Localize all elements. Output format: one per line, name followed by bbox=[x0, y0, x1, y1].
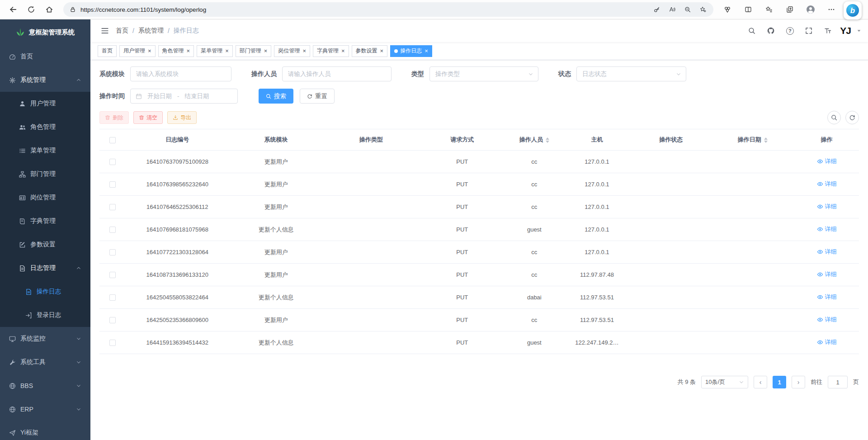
password-key-button[interactable] bbox=[649, 4, 665, 15]
row-checkbox[interactable] bbox=[109, 227, 116, 233]
sidebar-item-menu-management[interactable]: 菜单管理 bbox=[0, 139, 90, 162]
read-aloud-button[interactable] bbox=[665, 4, 680, 15]
sidebar-item-erp[interactable]: ERP bbox=[0, 397, 90, 421]
tab[interactable]: 岗位管理 × bbox=[274, 45, 310, 57]
detail-link[interactable]: 详细 bbox=[817, 316, 837, 324]
tab[interactable]: 首页 bbox=[98, 45, 117, 57]
favorites-button[interactable] bbox=[760, 2, 778, 17]
browser-refresh-button[interactable] bbox=[23, 2, 40, 17]
close-icon[interactable]: × bbox=[148, 48, 151, 54]
sort-carets-icon[interactable] bbox=[764, 137, 768, 143]
type-select[interactable]: 操作类型 bbox=[429, 66, 538, 81]
detail-link[interactable]: 详细 bbox=[817, 180, 837, 188]
tab[interactable]: 参数设置 × bbox=[352, 45, 388, 57]
sidebar-item-post-management[interactable]: 岗位管理 bbox=[0, 186, 90, 209]
caret-down-icon[interactable] bbox=[856, 28, 862, 33]
tab[interactable]: 操作日志 × bbox=[390, 45, 432, 57]
sidebar-item-dept-management[interactable]: 部门管理 bbox=[0, 162, 90, 186]
detail-link[interactable]: 详细 bbox=[817, 270, 837, 279]
zoom-out-button[interactable] bbox=[680, 4, 695, 15]
tab[interactable]: 菜单管理 × bbox=[197, 45, 233, 57]
row-checkbox[interactable] bbox=[109, 181, 116, 188]
browser-home-button[interactable] bbox=[41, 2, 58, 17]
sidebar-item-system-management[interactable]: 系统管理 bbox=[0, 68, 90, 92]
extensions-button[interactable] bbox=[719, 2, 736, 17]
close-icon[interactable]: × bbox=[187, 48, 190, 54]
next-page-button[interactable]: › bbox=[792, 376, 805, 388]
search-button[interactable]: 搜索 bbox=[259, 89, 293, 104]
goto-page-input[interactable] bbox=[828, 376, 848, 388]
breadcrumb-system-management[interactable]: 系统管理 bbox=[138, 27, 164, 35]
row-checkbox[interactable] bbox=[109, 294, 116, 301]
tab[interactable]: 字典管理 × bbox=[313, 45, 349, 57]
show-search-toggle-button[interactable] bbox=[827, 111, 841, 124]
detail-link[interactable]: 详细 bbox=[817, 157, 837, 166]
sidebar-item-role-management[interactable]: 角色管理 bbox=[0, 115, 90, 139]
detail-link[interactable]: 详细 bbox=[817, 248, 837, 256]
github-link[interactable] bbox=[764, 24, 778, 38]
sidebar-item-dict-management[interactable]: 字典管理 bbox=[0, 209, 90, 233]
help-button[interactable]: ? bbox=[783, 24, 797, 38]
close-icon[interactable]: × bbox=[425, 48, 428, 54]
sidebar-item-bbs[interactable]: BBS bbox=[0, 374, 90, 397]
collections-button[interactable] bbox=[781, 2, 798, 17]
bing-chat-button[interactable]: b bbox=[844, 1, 862, 19]
sidebar-item-system-tools[interactable]: 系统工具 bbox=[0, 350, 90, 374]
clear-button[interactable]: 清空 bbox=[133, 111, 163, 124]
sidebar-item-system-monitor[interactable]: 系统监控 bbox=[0, 327, 90, 350]
close-icon[interactable]: × bbox=[225, 48, 229, 54]
close-icon[interactable]: × bbox=[341, 48, 345, 54]
detail-link[interactable]: 详细 bbox=[817, 338, 837, 346]
row-checkbox[interactable] bbox=[109, 272, 116, 278]
sidebar-item-log-management[interactable]: 日志管理 bbox=[0, 256, 90, 280]
row-checkbox[interactable] bbox=[109, 159, 116, 165]
sidebar-item-login-log[interactable]: 登录日志 bbox=[0, 303, 90, 327]
breadcrumb-home[interactable]: 首页 bbox=[116, 27, 128, 35]
add-favorite-button[interactable] bbox=[695, 4, 711, 15]
sidebar-item-yi-framework[interactable]: Yi框架 bbox=[0, 421, 90, 440]
reset-button[interactable]: 重置 bbox=[300, 89, 335, 104]
current-page-button[interactable]: 1 bbox=[773, 376, 786, 388]
tab[interactable]: 部门管理 × bbox=[236, 45, 272, 57]
export-button[interactable]: 导出 bbox=[167, 111, 197, 124]
row-checkbox[interactable] bbox=[109, 249, 116, 255]
address-bar[interactable]: https://ccnetcore.com:1101/system/log/op… bbox=[63, 2, 713, 17]
module-input[interactable] bbox=[130, 66, 231, 81]
date-range-picker[interactable]: 开始日期 - 结束日期 bbox=[130, 89, 238, 104]
fullscreen-button[interactable] bbox=[802, 24, 816, 38]
sidebar-item-operation-log[interactable]: 操作日志 bbox=[0, 280, 90, 303]
app-logo[interactable]: 意框架管理系统 bbox=[0, 19, 90, 45]
row-checkbox[interactable] bbox=[109, 340, 116, 346]
profile-avatar[interactable] bbox=[802, 2, 819, 17]
col-date[interactable]: 操作日期 bbox=[711, 129, 794, 151]
close-icon[interactable]: × bbox=[380, 48, 384, 54]
select-all-checkbox[interactable] bbox=[109, 137, 116, 143]
operator-input[interactable] bbox=[282, 66, 392, 81]
sort-carets-icon[interactable] bbox=[546, 137, 549, 143]
delete-button[interactable]: 删除 bbox=[99, 111, 129, 124]
tab[interactable]: 用户管理 × bbox=[119, 45, 156, 57]
sidebar-item-user-management[interactable]: 用户管理 bbox=[0, 92, 90, 115]
user-avatar-logo[interactable]: YJ bbox=[840, 25, 851, 36]
page-size-select[interactable]: 10条/页 bbox=[701, 376, 748, 388]
close-icon[interactable]: × bbox=[302, 48, 306, 54]
prev-page-button[interactable]: ‹ bbox=[754, 376, 767, 388]
detail-link[interactable]: 详细 bbox=[817, 225, 837, 233]
sidebar-toggle-button[interactable] bbox=[97, 23, 113, 39]
url-text[interactable]: https://ccnetcore.com:1101/system/log/op… bbox=[80, 6, 649, 13]
col-operator[interactable]: 操作人员 bbox=[506, 129, 563, 151]
header-search-button[interactable] bbox=[745, 24, 759, 38]
split-screen-button[interactable] bbox=[740, 2, 757, 17]
close-icon[interactable]: × bbox=[264, 48, 268, 54]
browser-menu-button[interactable] bbox=[823, 2, 840, 17]
detail-link[interactable]: 详细 bbox=[817, 293, 837, 301]
browser-back-button[interactable] bbox=[5, 2, 22, 17]
row-checkbox[interactable] bbox=[109, 317, 116, 323]
font-size-button[interactable] bbox=[821, 24, 835, 38]
detail-link[interactable]: 详细 bbox=[817, 203, 837, 211]
status-select[interactable]: 日志状态 bbox=[576, 66, 686, 81]
sidebar-item-param-settings[interactable]: 参数设置 bbox=[0, 233, 90, 256]
sidebar-item-home[interactable]: 首页 bbox=[0, 45, 90, 68]
refresh-table-button[interactable] bbox=[845, 111, 859, 124]
tab[interactable]: 角色管理 × bbox=[158, 45, 194, 57]
